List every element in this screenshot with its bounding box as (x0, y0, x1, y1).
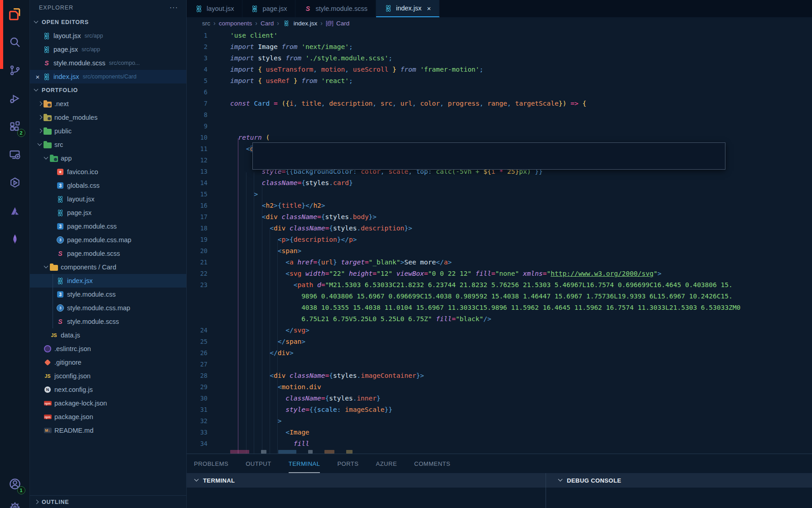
tree-item[interactable]: package-lock.json (30, 396, 186, 410)
tree-item[interactable]: data.js (30, 328, 186, 342)
close-icon[interactable]: × (33, 73, 43, 81)
tree-item[interactable]: globals.css (30, 179, 186, 192)
explorer-icon[interactable] (0, 0, 30, 28)
code-line[interactable]: 25 </span> (187, 336, 812, 347)
remote-explorer-icon[interactable] (0, 141, 30, 169)
extensions-icon[interactable]: 2 (0, 112, 30, 141)
code-line[interactable]: 20 <span> (187, 245, 812, 257)
editor-tab[interactable]: layout.jsx (187, 0, 242, 17)
tree-item[interactable]: components / Card (30, 260, 186, 274)
mongodb-icon[interactable] (0, 225, 30, 253)
more-actions-icon[interactable]: ··· (169, 4, 178, 12)
close-icon[interactable]: × (427, 5, 431, 12)
open-editor-item[interactable]: page.jsx src/app (30, 43, 186, 56)
tree-item[interactable]: page.module.css (30, 220, 186, 233)
azure-icon[interactable] (0, 197, 30, 225)
tree-item[interactable]: style.module.css (30, 288, 186, 301)
debug-console-output[interactable] (546, 488, 812, 508)
editor-tab[interactable]: index.jsx × (376, 0, 440, 17)
outline-section[interactable]: OUTLINE (30, 495, 186, 508)
debug-console-header[interactable]: DEBUG CONSOLE (546, 473, 812, 488)
open-editor-item[interactable]: style.module.scss src/compo... (30, 56, 186, 70)
code-line[interactable]: 16 <h2>{title}</h2> (187, 200, 812, 211)
panel-tab[interactable]: TERMINAL (289, 454, 320, 473)
panel-tab[interactable]: OUTPUT (246, 454, 271, 473)
terminal-output[interactable] (187, 488, 546, 508)
tree-item[interactable]: .next (30, 97, 186, 111)
code-line[interactable]: 21 <a href={url} target="_blank">See mor… (187, 257, 812, 268)
code-line[interactable]: 17 <div className={styles.body}> (187, 211, 812, 223)
breadcrumb-item[interactable]: › Card (255, 20, 274, 27)
tree-item[interactable]: index.jsx (30, 274, 186, 288)
tree-item[interactable]: page.module.scss (30, 247, 186, 260)
code-line[interactable]: 8 (187, 109, 812, 121)
breadcrumb-item[interactable]: › components (213, 20, 252, 27)
tree-item[interactable]: .gitignore (30, 356, 186, 369)
panel-tab[interactable]: AZURE (376, 454, 397, 473)
code-line[interactable]: 28 <div className={styles.imageContainer… (187, 370, 812, 381)
terminal-pane-header[interactable]: TERMINAL (187, 473, 546, 488)
tree-item[interactable]: next.config.js (30, 383, 186, 396)
code-line[interactable]: 15 > (187, 189, 812, 200)
code-line[interactable]: 24 </svg> (187, 325, 812, 336)
code-line[interactable]: 6.75L21 6.75V5.25L0 5.25L0 6.75Z" fill="… (187, 313, 812, 325)
open-editor-item[interactable]: layout.jsx src/app (30, 29, 186, 43)
tree-item[interactable]: README.md (30, 424, 186, 437)
open-editors-section[interactable]: OPEN EDITORS (30, 15, 186, 29)
tree-item[interactable]: app (30, 151, 186, 165)
code-line[interactable]: 6 (187, 87, 812, 98)
code-line[interactable]: 4038 10.5355 15.4038 11.0104 15.6967 11.… (187, 302, 812, 313)
tree-item[interactable]: package.json (30, 410, 186, 424)
tree-item[interactable]: page.module.css.map (30, 233, 186, 247)
editor-tab[interactable]: page.jsx (242, 0, 295, 17)
hexagon-preview-icon[interactable] (0, 169, 30, 197)
code-line[interactable]: 9896 0.403806 15.6967 0.696699C15.4038 0… (187, 291, 812, 302)
panel-tab[interactable]: COMMENTS (414, 454, 450, 473)
code-line[interactable]: 5 import { useRef } from 'react'; (187, 75, 812, 87)
search-icon[interactable] (0, 28, 30, 56)
tree-item[interactable]: style.module.css.map (30, 301, 186, 315)
breadcrumb-item[interactable]: src (202, 20, 210, 27)
code-line[interactable]: 27 (187, 359, 812, 370)
code-line[interactable]: 4 import { useTransform, motion, useScro… (187, 64, 812, 75)
tree-item[interactable]: .eslintrc.json (30, 342, 186, 356)
code-line[interactable]: 29 <motion.div (187, 381, 812, 393)
code-line[interactable]: 3 import styles from './style.module.scs… (187, 53, 812, 64)
tree-item[interactable]: page.jsx (30, 206, 186, 220)
code-line[interactable]: 31 style={{scale: imageScale}} (187, 404, 812, 415)
breadcrumb-item[interactable]: › [@] Card (320, 20, 349, 27)
tree-item[interactable]: favicon.ico (30, 165, 186, 179)
portfolio-section[interactable]: PORTFOLIO (30, 83, 186, 97)
code-line[interactable]: 19 <p>{description}</p> (187, 234, 812, 245)
tree-item[interactable]: jsconfig.json (30, 369, 186, 383)
code-editor[interactable]: 1 'use client' 2 import Image from 'next… (187, 29, 812, 454)
editor-tab[interactable]: style.module.scss (295, 0, 376, 17)
open-editor-item[interactable]: × index.jsx src/components/Card (30, 70, 186, 83)
code-line[interactable]: 23 <path d="M21.5303 6.53033C21.8232 6.2… (187, 279, 812, 291)
code-line[interactable]: 18 <div className={styles.description}> (187, 223, 812, 234)
tree-item[interactable]: public (30, 124, 186, 138)
code-line[interactable]: 9 (187, 121, 812, 132)
code-line[interactable]: 10 return ( (187, 132, 812, 143)
code-line[interactable]: 34 fill (187, 438, 812, 449)
code-line[interactable]: 7 const Card = ({i, title, description, … (187, 98, 812, 109)
run-debug-icon[interactable] (0, 84, 30, 112)
tree-item[interactable]: style.module.scss (30, 315, 186, 328)
panel-tab[interactable]: PORTS (337, 454, 358, 473)
tree-item[interactable]: src (30, 138, 186, 151)
settings-gear-icon[interactable] (0, 498, 30, 508)
source-control-icon[interactable] (0, 56, 30, 84)
code-line[interactable]: 14 className={styles.card} (187, 177, 812, 189)
breadcrumb-item[interactable]: › index.jsx (277, 20, 317, 27)
tree-item[interactable]: node_modules (30, 111, 186, 124)
code-line[interactable]: 33 <Image (187, 427, 812, 438)
code-line[interactable]: 22 <svg width="22" height="12" viewBox="… (187, 268, 812, 279)
code-line[interactable]: 30 className={styles.inner} (187, 393, 812, 404)
code-line[interactable]: 1 'use client' (187, 30, 812, 41)
panel-tab[interactable]: PROBLEMS (194, 454, 228, 473)
accounts-icon[interactable]: 1 (0, 470, 30, 498)
code-line[interactable]: 26 </div> (187, 347, 812, 359)
code-line[interactable]: 2 import Image from 'next/image'; (187, 41, 812, 53)
code-line[interactable]: 32 > (187, 415, 812, 427)
tree-item[interactable]: layout.jsx (30, 192, 186, 206)
